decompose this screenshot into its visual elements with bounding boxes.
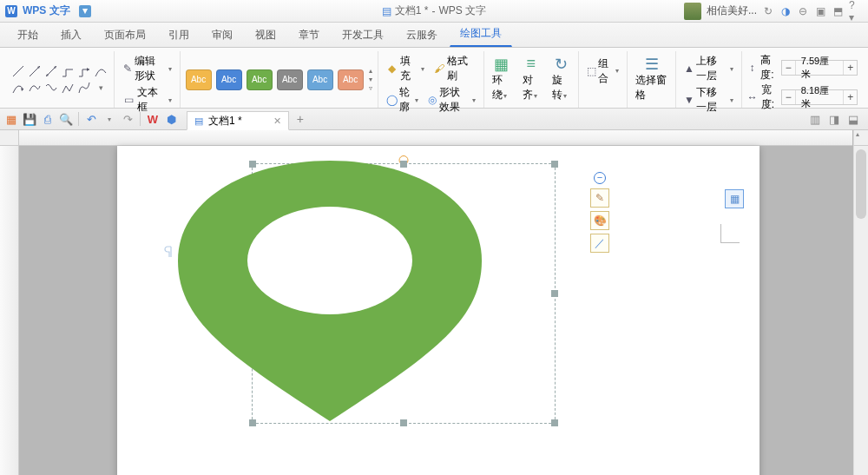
tab-pagelayout[interactable]: 页面布局 (94, 22, 156, 47)
app-name: WPS 文字 (23, 3, 70, 18)
ribbon-group-lines: ▾ (5, 51, 115, 108)
shape-effects-button[interactable]: ◎ 形状效果 ▾ (424, 84, 478, 115)
toolbar-icon-2[interactable]: ◨ (826, 111, 842, 127)
bring-forward-icon: ▲ (684, 62, 694, 76)
rotate-icon: ↻ (554, 57, 568, 71)
float-edit-button[interactable]: ✎ (590, 188, 609, 208)
rotate-button[interactable]: ↻ 旋转▾ (549, 56, 573, 103)
toolbar-collapse-icon[interactable]: ⬓ (845, 111, 861, 127)
width-label: 宽度: (761, 82, 778, 112)
format-painter-icon: 🖌 (433, 62, 445, 76)
align-button[interactable]: ≡ 对齐▾ (520, 56, 543, 103)
paint-icon: 🎨 (594, 214, 607, 227)
chevron-down-icon: ▾ (421, 65, 424, 73)
shape-style-4[interactable]: Abc (277, 69, 303, 90)
chevron-down-icon: ▾ (415, 96, 418, 104)
avatar[interactable] (684, 3, 701, 20)
document-tab[interactable]: ▤ 文档1 * ✕ (187, 111, 289, 130)
style-more-icon[interactable]: ▿ (369, 84, 372, 92)
chevron-down-icon: ▾ (168, 65, 172, 73)
style-scroll-up-icon[interactable]: ▴ (369, 67, 372, 75)
app-menu-dropdown[interactable]: ▾ (79, 5, 91, 17)
tab-reference[interactable]: 引用 (158, 22, 200, 47)
float-layout-button[interactable]: ▦ (725, 189, 744, 208)
height-plus-button[interactable]: + (843, 61, 857, 75)
resize-handle-e[interactable] (551, 290, 558, 297)
ribbon-group-format: ◆ 填充 ▾ 🖌 格式刷 ◯ 轮廓 ▾ ◎ 形状效果 ▾ (378, 51, 484, 108)
width-plus-button[interactable]: + (843, 90, 857, 104)
format-painter-button[interactable]: 🖌 格式刷 (431, 53, 478, 84)
width-minus-button[interactable]: − (782, 90, 796, 104)
outline-button[interactable]: ◯ 轮廓 ▾ (384, 84, 421, 115)
tab-insert[interactable]: 插入 (50, 22, 92, 47)
bring-forward-button[interactable]: ▲ 上移一层 ▾ (681, 53, 736, 84)
shape-style-5[interactable]: Abc (307, 69, 333, 90)
undo-dropdown-icon[interactable]: ▾ (102, 111, 117, 127)
title-bar: W WPS 文字 ▾ ▤ 文档1 * - WPS 文字 相信美好... ↻ ◑ … (0, 0, 868, 23)
shape-style-2[interactable]: Abc (216, 69, 242, 90)
close-tab-icon[interactable]: ✕ (273, 115, 281, 127)
tab-drawingtools[interactable]: 绘图工具 (450, 20, 512, 47)
user-name[interactable]: 相信美好... (707, 3, 757, 18)
width-value[interactable]: 8.18厘米 (796, 84, 844, 110)
restore-icon[interactable]: ▣ (814, 5, 826, 17)
height-minus-button[interactable]: − (782, 61, 796, 75)
minimize-icon[interactable]: ⊖ (797, 5, 809, 17)
wrap-button[interactable]: ▦ 环绕▾ (490, 56, 513, 103)
tab-devtools[interactable]: 开发工具 (332, 22, 394, 47)
selection-pane-button[interactable]: ☰ 选择窗格 (633, 56, 670, 103)
outline-icon: ◯ (386, 93, 398, 107)
map-pin-shape[interactable] (169, 156, 490, 426)
shape-style-1[interactable]: Abc (186, 69, 212, 90)
tab-cloud[interactable]: 云服务 (396, 22, 448, 47)
add-tab-button[interactable]: + (297, 112, 304, 126)
resize-handle-ne[interactable] (551, 161, 558, 168)
print-icon[interactable]: ⎙ (40, 111, 56, 127)
redo-icon[interactable]: ↷ (120, 111, 135, 127)
toolbar-icon-1[interactable]: ▥ (807, 111, 823, 127)
cube-icon[interactable]: ⬢ (163, 111, 179, 127)
wps-doc-icon: ▤ (382, 5, 391, 17)
tab-view[interactable]: 视图 (245, 22, 286, 47)
lines-gallery[interactable]: ▾ (10, 63, 108, 96)
help-icon[interactable]: ? ▾ (849, 5, 861, 17)
vertical-ruler[interactable] (0, 146, 19, 475)
horizontal-ruler[interactable] (19, 130, 852, 146)
send-backward-button[interactable]: ▼ 下移一层 ▾ (681, 84, 736, 115)
fill-button[interactable]: ◆ 填充 ▾ (384, 53, 427, 84)
edit-shape-button[interactable]: ✎ 编辑形状 ▾ (120, 53, 174, 84)
group-button[interactable]: ⬚ 组合 ▾ (584, 56, 622, 87)
print-preview-icon[interactable]: 🔍 (58, 111, 74, 127)
float-tools-collapse-button[interactable]: − (594, 172, 606, 184)
ruler-corner (0, 130, 19, 146)
sync-icon[interactable]: ↻ (762, 5, 774, 17)
float-fill-button[interactable]: 🎨 (590, 211, 609, 230)
document-page[interactable]: − ▦ ✎ 🎨 ／ (117, 146, 760, 475)
text-box-icon: ▭ (122, 93, 135, 107)
height-value[interactable]: 7.59厘米 (796, 55, 844, 81)
save-icon[interactable]: 💾 (22, 111, 37, 127)
ruler-up-icon[interactable]: ▴ (854, 130, 861, 145)
skin-icon[interactable]: ◑ (779, 5, 792, 17)
float-outline-button[interactable]: ／ (590, 234, 609, 253)
app-logo-icon: W (5, 5, 17, 17)
edit-shape-label: 编辑形状 (135, 54, 166, 83)
height-label: 高度: (760, 53, 778, 82)
tab-chapter[interactable]: 章节 (288, 22, 330, 47)
wps-cloud-icon[interactable]: W (145, 111, 161, 127)
resize-handle-se[interactable] (551, 419, 558, 426)
svg-line-0 (13, 66, 23, 76)
undo-icon[interactable]: ↶ (83, 111, 99, 127)
chevron-down-icon: ▾ (472, 96, 476, 104)
tab-review[interactable]: 审阅 (201, 22, 243, 47)
tab-start[interactable]: 开始 (7, 22, 49, 47)
pin-icon[interactable]: ⬒ (832, 5, 844, 17)
height-stepper[interactable]: − 7.59厘米 + (781, 60, 858, 76)
shape-style-6[interactable]: Abc (338, 69, 364, 90)
group-label: 组合 (598, 56, 613, 86)
shape-style-3[interactable]: Abc (247, 69, 273, 90)
new-doc-icon[interactable]: ▦ (3, 111, 19, 127)
vertical-scrollbar[interactable] (853, 146, 868, 475)
style-scroll-down-icon[interactable]: ▾ (369, 76, 372, 83)
width-stepper[interactable]: − 8.18厘米 + (781, 89, 858, 105)
